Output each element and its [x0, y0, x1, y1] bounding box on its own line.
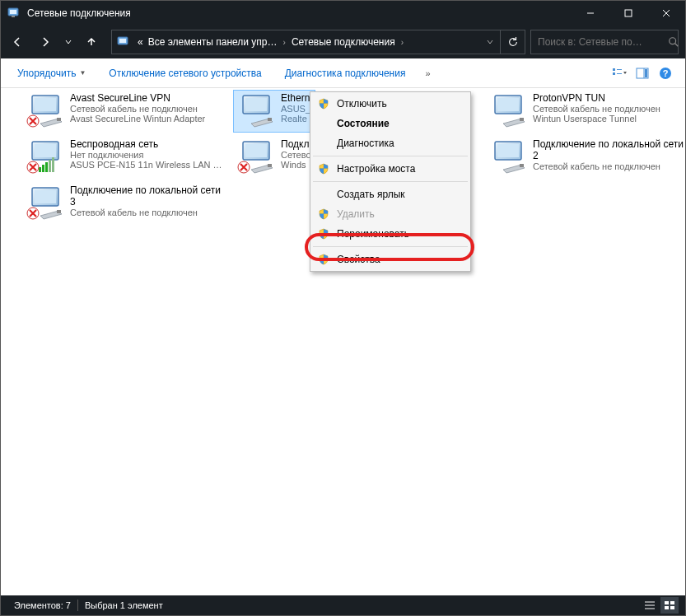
network-adapter-icon	[26, 92, 65, 128]
connection-name: Подкл	[281, 138, 312, 150]
network-adapter-icon	[488, 138, 528, 175]
address-bar[interactable]: « Все элементы панели упр… › Сетевые под…	[111, 30, 525, 54]
context-menu: ОтключитьСостояниеДиагностикаНастройка м…	[310, 91, 471, 272]
menu-separator	[313, 246, 468, 247]
menu-item-состояние[interactable]: Состояние	[312, 114, 469, 133]
connection-item-proton[interactable]: ProtonVPN TUN Сетевой кабель не подключе…	[485, 90, 686, 133]
svg-rect-8	[119, 39, 126, 43]
svg-rect-29	[268, 164, 272, 167]
maximize-button[interactable]	[609, 1, 647, 26]
recent-dropdown[interactable]	[60, 29, 77, 55]
location-icon	[117, 35, 130, 49]
connection-info: Avast SecureLine VPN Сетевой кабель не п…	[70, 92, 230, 124]
status-item-count: Элементов: 7	[7, 600, 77, 610]
svg-rect-34	[42, 165, 44, 172]
diagnose-connection-button[interactable]: Диагностика подключения	[278, 64, 413, 82]
network-adapter-icon	[236, 138, 276, 175]
minimize-button[interactable]	[572, 1, 609, 26]
organize-menu[interactable]: Упорядочить ▼	[11, 64, 92, 82]
chevron-right-icon[interactable]: ›	[398, 38, 407, 47]
status-bar: Элементов: 7 Выбран 1 элемент	[1, 595, 685, 615]
search-input[interactable]	[531, 36, 668, 48]
svg-rect-46	[35, 98, 56, 111]
view-dropdown-icon[interactable]	[609, 63, 629, 83]
connection-item-wireless[interactable]: Беспроводная сеть Нет подключения ASUS P…	[22, 136, 233, 179]
svg-rect-43	[245, 98, 267, 111]
svg-rect-47	[57, 118, 61, 121]
toolbar-overflow[interactable]: »	[425, 68, 430, 78]
connection-name: Ethern	[281, 92, 312, 104]
shield-icon	[317, 253, 330, 266]
menu-item-label: Удалить	[337, 208, 375, 220]
address-dropdown[interactable]	[480, 30, 500, 54]
menu-item-диагностика[interactable]: Диагностика	[312, 133, 469, 153]
svg-rect-52	[665, 601, 669, 604]
back-button[interactable]	[4, 29, 30, 55]
shield-icon	[317, 208, 330, 221]
disable-device-button[interactable]: Отключение сетевого устройства	[102, 64, 268, 82]
chevron-down-icon: ▼	[79, 69, 86, 77]
preview-pane-icon[interactable]	[632, 63, 652, 83]
svg-rect-55	[670, 606, 674, 609]
svg-point-9	[670, 38, 676, 44]
breadcrumb-current[interactable]: Сетевые подключения	[289, 30, 398, 54]
tiles-view-button[interactable]	[660, 597, 679, 614]
command-bar: Упорядочить ▼ Отключение сетевого устрой…	[1, 58, 685, 88]
menu-item-свойства[interactable]: Свойства	[312, 250, 469, 269]
connection-name: Avast SecureLine VPN	[70, 92, 230, 104]
connection-item-avast[interactable]: Avast SecureLine VPN Сетевой кабель не п…	[22, 90, 233, 133]
connection-info: Подключение по локальной сети3 Сетевой к…	[70, 184, 230, 217]
svg-rect-44	[268, 118, 272, 121]
search-icon[interactable]	[668, 36, 679, 48]
svg-rect-37	[52, 157, 54, 172]
connections-list: Подключение по локальной сети3 Сетевой к…	[1, 88, 685, 595]
shield-icon	[317, 162, 330, 175]
search-box[interactable]	[530, 30, 679, 54]
chevron-right-icon[interactable]: ›	[280, 38, 289, 47]
svg-text:?: ?	[663, 68, 669, 78]
menu-item-настройка-моста[interactable]: Настройка моста	[312, 159, 469, 179]
menu-item-переименовать[interactable]: Переименовать	[312, 224, 469, 244]
status-selected-count: Выбран 1 элемент	[78, 600, 170, 610]
network-adapter-icon	[488, 92, 528, 128]
connection-status: Сетевой кабель не подключен	[70, 208, 230, 217]
svg-rect-54	[665, 606, 669, 609]
svg-rect-53	[670, 601, 674, 604]
svg-rect-26	[520, 164, 524, 167]
connection-item-ethernet[interactable]: Ethern ASUS_ Realte	[233, 90, 315, 133]
menu-separator	[313, 156, 468, 156]
breadcrumb-parent[interactable]: Все элементы панели упр…	[146, 30, 280, 54]
forward-button[interactable]	[32, 29, 58, 55]
connection-adapter: Wintun Userspace Tunnel	[533, 114, 686, 124]
svg-rect-40	[497, 98, 519, 111]
connection-item-localconn[interactable]: Подкл Сетево Winds	[233, 136, 315, 179]
connection-name: Подключение по локальной сети2	[533, 138, 686, 161]
svg-rect-32	[35, 144, 56, 157]
menu-item-label: Переименовать	[337, 228, 409, 240]
up-button[interactable]	[78, 29, 105, 55]
menu-item-удалить: Удалить	[312, 204, 469, 224]
svg-rect-41	[520, 118, 524, 121]
close-button[interactable]	[647, 1, 685, 26]
svg-rect-28	[245, 144, 267, 157]
details-view-button[interactable]	[641, 597, 659, 614]
network-adapter-icon	[26, 184, 65, 221]
menu-item-label: Диагностика	[337, 138, 394, 149]
organize-label: Упорядочить	[17, 68, 76, 79]
connection-status: Сетевой кабель не подключен	[70, 104, 230, 114]
svg-rect-2	[12, 16, 15, 17]
window: Сетевые подключения « Все элементы панел…	[0, 0, 686, 616]
connection-status: Сетевой кабель не подключен	[533, 161, 686, 171]
menu-item-отключить[interactable]: Отключить	[312, 94, 469, 114]
svg-rect-35	[45, 162, 48, 172]
connection-item-local3[interactable]: Подключение по локальной сети3 Сетевой к…	[22, 182, 233, 225]
menu-item-создать-ярлык[interactable]: Создать ярлык	[312, 184, 469, 204]
svg-rect-21	[35, 190, 56, 203]
help-icon[interactable]: ?	[656, 63, 675, 83]
connection-name: Беспроводная сеть	[70, 138, 230, 150]
refresh-button[interactable]	[500, 30, 525, 54]
svg-rect-11	[613, 68, 615, 71]
shield-icon	[317, 97, 330, 110]
connection-status: Нет подключения	[70, 150, 230, 160]
connection-item-local2[interactable]: Подключение по локальной сети2 Сетевой к…	[485, 136, 686, 179]
